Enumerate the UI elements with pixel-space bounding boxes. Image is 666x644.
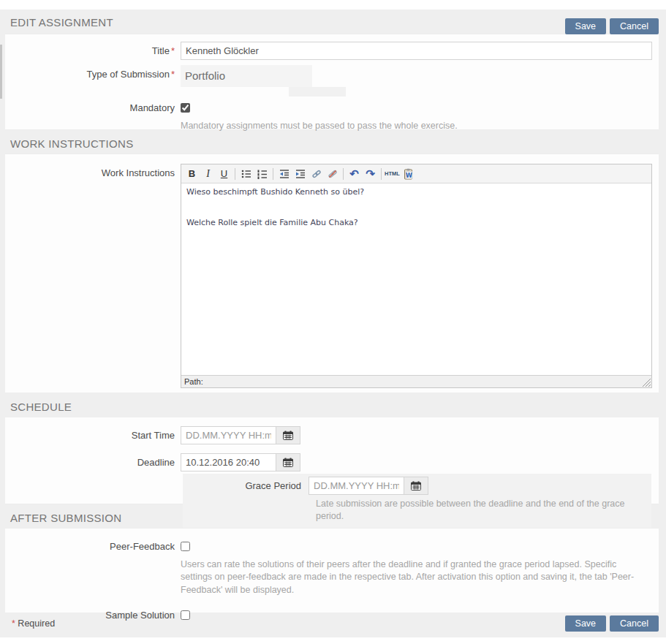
peer-feedback-label: Peer-Feedback [5, 537, 181, 556]
grace-period-label: Grace Period [186, 477, 309, 495]
deadline-row: Deadline [5, 453, 659, 471]
edit-assignment-page: EDIT ASSIGNMENT Save Cancel Title* Type … [0, 10, 666, 637]
grace-period-row: Grace Period [186, 477, 651, 495]
peer-feedback-checkbox[interactable] [181, 542, 190, 551]
undo-icon[interactable]: ↶ [347, 167, 362, 181]
deadline-calendar-button[interactable] [276, 453, 300, 471]
editor-content[interactable]: Wieso beschimpft Bushido Kenneth so übel… [181, 183, 651, 375]
work-instructions-label: Work Instructions [5, 164, 181, 182]
section-title-schedule: SCHEDULE [0, 393, 666, 417]
section-work-instructions: Work Instructions B I U [5, 154, 659, 393]
title-label: Title* [5, 42, 181, 60]
mandatory-row: Mandatory Mandatory assignments must be … [5, 99, 659, 132]
type-of-submission-value: Portfolio [181, 65, 312, 87]
title-input[interactable] [181, 42, 652, 60]
required-asterisk: * [171, 45, 175, 56]
cancel-button[interactable]: Cancel [610, 18, 659, 34]
path-label: Path: [184, 377, 203, 386]
type-of-submission-row: Type of Submission* Portfolio [5, 65, 659, 87]
toolbar-separator [381, 168, 382, 180]
underline-icon[interactable]: U [216, 167, 232, 181]
required-asterisk: * [12, 618, 15, 629]
insert-link-icon[interactable] [309, 167, 324, 181]
header-actions: Save Cancel [565, 18, 659, 34]
editor-toolbar: B I U [181, 164, 651, 183]
left-edge-strip [0, 45, 2, 99]
peer-feedback-row: Peer-Feedback Users can rate the solutio… [5, 537, 659, 596]
mandatory-help-text: Mandatory assignments must be passed to … [181, 120, 458, 132]
section-title-work-instructions: WORK INSTRUCTIONS [0, 130, 666, 154]
numbered-list-icon[interactable] [254, 167, 270, 181]
required-asterisk: * [171, 69, 175, 80]
redo-icon[interactable]: ↷ [363, 167, 378, 181]
mandatory-label: Mandatory [5, 99, 181, 117]
footer-actions: Save Cancel [565, 615, 659, 632]
outdent-icon[interactable] [276, 167, 292, 181]
save-button-bottom[interactable]: Save [565, 615, 607, 632]
overlay-artifact [289, 87, 346, 96]
cancel-button-bottom[interactable]: Cancel [610, 615, 659, 632]
indent-icon[interactable] [292, 167, 308, 181]
save-button[interactable]: Save [565, 18, 607, 34]
start-time-calendar-button[interactable] [276, 426, 300, 444]
deadline-label: Deadline [5, 453, 181, 471]
html-source-icon[interactable]: HTML [385, 167, 400, 181]
rich-text-editor: B I U [181, 164, 652, 388]
toolbar-separator [343, 168, 344, 180]
resize-grip[interactable] [643, 379, 651, 387]
editor-paragraph: Welche Rolle spielt die Familie Abu Chak… [186, 218, 646, 229]
italic-icon[interactable]: I [200, 167, 216, 181]
start-time-row: Start Time [5, 426, 659, 444]
grace-period-calendar-button[interactable] [404, 477, 428, 495]
toolbar-separator [235, 168, 235, 180]
start-time-label: Start Time [5, 426, 181, 444]
deadline-input[interactable] [181, 453, 276, 471]
remove-link-icon[interactable] [325, 167, 340, 181]
start-time-input[interactable] [181, 426, 276, 444]
editor-paragraph: Wieso beschimpft Bushido Kenneth so übel… [186, 187, 646, 198]
sample-solution-checkbox[interactable] [181, 610, 190, 620]
bold-icon[interactable]: B [184, 167, 200, 181]
type-of-submission-label: Type of Submission* [5, 65, 181, 83]
page-title: EDIT ASSIGNMENT [10, 16, 113, 29]
title-row: Title* [5, 42, 659, 60]
section-schedule: Start Time Deadline Grace Period [5, 417, 659, 504]
peer-feedback-help-text: Users can rate the solutions of their pe… [181, 558, 637, 596]
grace-period-input[interactable] [309, 477, 404, 495]
toolbar-separator [273, 168, 273, 180]
editor-path-bar: Path: [181, 375, 651, 387]
mandatory-checkbox[interactable] [181, 103, 190, 113]
paste-from-word-icon[interactable]: W [401, 167, 416, 181]
section-after-submission: Peer-Feedback Users can rate the solutio… [5, 528, 659, 613]
bullet-list-icon[interactable] [238, 167, 254, 181]
section-general: Title* Type of Submission* Portfolio Man… [5, 34, 659, 130]
svg-text:W: W [406, 172, 412, 178]
form-header: EDIT ASSIGNMENT Save Cancel [0, 10, 666, 34]
required-note: * Required [10, 618, 55, 629]
